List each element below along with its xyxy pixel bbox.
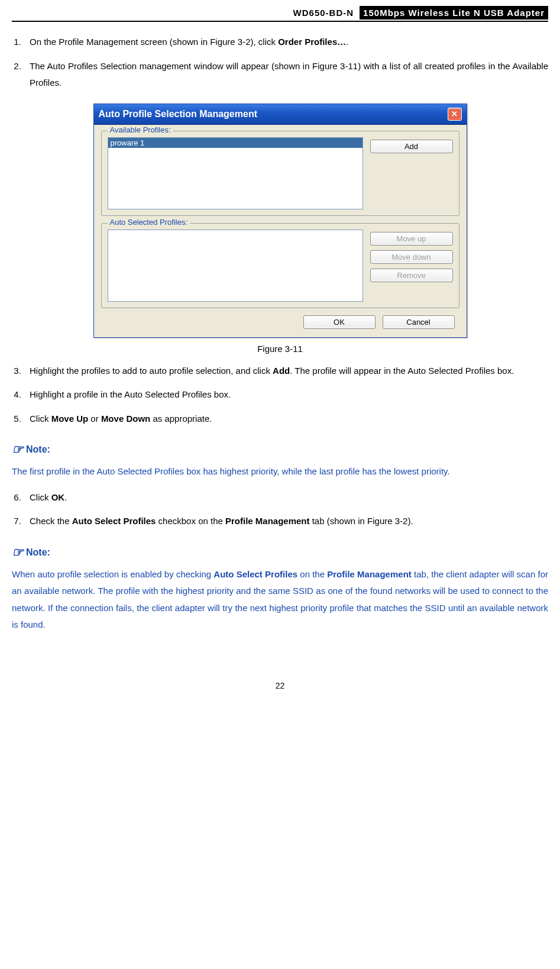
step-7: Check the Auto Select Profiles checkbox …: [24, 513, 548, 530]
step-7-mid: checkbox on the: [156, 516, 225, 526]
ok-button[interactable]: OK: [303, 315, 376, 329]
available-profiles-listbox[interactable]: proware 1: [108, 137, 363, 209]
note-1-label: Note:: [26, 444, 50, 454]
step-2: The Auto Profiles Selection management w…: [24, 58, 548, 92]
note-2-b0: Auto Select Profiles: [213, 569, 297, 579]
step-1-post: .: [346, 37, 348, 47]
step-3-post: . The profile will appear in the Auto Se…: [290, 366, 514, 376]
product-name: WD650-BD-N: [293, 8, 354, 18]
step-5-post: as appropriate.: [150, 414, 212, 424]
step-4-text: Highlight a profile in the Auto Selected…: [30, 389, 231, 399]
product-desc: 150Mbps Wireless Lite N USB Adapter: [360, 6, 548, 20]
close-icon: ✕: [451, 109, 458, 118]
note-2-b1: Profile Management: [327, 569, 412, 579]
pointing-hand-icon: ☞: [12, 442, 24, 457]
step-5-pre: Click: [30, 414, 51, 424]
step-1-bold: Order Profiles…: [278, 37, 346, 47]
available-profiles-group: Available Profiles: proware 1 Add: [101, 131, 459, 216]
auto-profile-dialog: Auto Profile Selection Management ✕ Avai…: [93, 104, 467, 338]
page-number: 22: [12, 681, 548, 690]
step-7-bold2: Profile Management: [225, 516, 310, 526]
note-2-p1: on the: [297, 569, 327, 579]
move-up-button[interactable]: Move up: [370, 232, 453, 246]
steps-list-c: Click OK. Check the Auto Select Profiles…: [12, 489, 548, 530]
step-6-post: .: [64, 492, 67, 502]
step-5-mid: or: [88, 414, 101, 424]
note-1-heading: ☞Note:: [12, 442, 548, 457]
figure-3-11: Auto Profile Selection Management ✕ Avai…: [12, 104, 548, 338]
remove-button[interactable]: Remove: [370, 269, 453, 282]
auto-selected-profiles-group: Auto Selected Profiles: Move up Move dow…: [101, 223, 459, 308]
note-2-p0: When auto profile selection is enabled b…: [12, 569, 213, 579]
note-2-label: Note:: [26, 547, 50, 557]
step-2-text: The Auto Profiles Selection management w…: [30, 61, 548, 88]
dialog-body: Available Profiles: proware 1 Add Auto S…: [94, 125, 467, 337]
close-button[interactable]: ✕: [448, 108, 462, 121]
step-5: Click Move Up or Move Down as appropriat…: [24, 411, 548, 428]
step-6-bold: OK: [51, 492, 65, 502]
steps-list-b: Highlight the profiles to add to auto pr…: [12, 363, 548, 428]
step-5-bold2: Move Down: [101, 414, 150, 424]
step-3-bold: Add: [273, 366, 290, 376]
step-6-pre: Click: [30, 492, 51, 502]
pointing-hand-icon: ☞: [12, 545, 24, 560]
step-3-pre: Highlight the profiles to add to auto pr…: [30, 366, 273, 376]
step-5-bold: Move Up: [51, 414, 89, 424]
page-header: WD650-BD-N 150Mbps Wireless Lite N USB A…: [12, 6, 548, 22]
list-item[interactable]: proware 1: [108, 138, 362, 148]
auto-selected-profiles-label: Auto Selected Profiles:: [108, 218, 190, 227]
step-7-post: tab (shown in Figure 3-2).: [310, 516, 413, 526]
dialog-title: Auto Profile Selection Management: [99, 109, 257, 119]
note-1-body: The first profile in the Auto Selected P…: [12, 463, 548, 480]
step-7-bold: Auto Select Profiles: [72, 516, 156, 526]
step-3: Highlight the profiles to add to auto pr…: [24, 363, 548, 380]
step-6: Click OK.: [24, 489, 548, 506]
note-2-body: When auto profile selection is enabled b…: [12, 566, 548, 634]
dialog-titlebar: Auto Profile Selection Management ✕: [94, 104, 467, 125]
step-4: Highlight a profile in the Auto Selected…: [24, 386, 548, 403]
cancel-button[interactable]: Cancel: [383, 315, 455, 329]
step-1: On the Profile Management screen (shown …: [24, 34, 548, 51]
add-button[interactable]: Add: [370, 140, 453, 153]
available-profiles-label: Available Profiles:: [108, 125, 173, 134]
step-1-pre: On the Profile Management screen (shown …: [30, 37, 278, 47]
note-2-heading: ☞Note:: [12, 545, 548, 560]
steps-list-a: On the Profile Management screen (shown …: [12, 34, 548, 92]
step-7-pre: Check the: [30, 516, 72, 526]
figure-caption: Figure 3-11: [12, 344, 548, 354]
auto-selected-listbox[interactable]: [108, 230, 363, 302]
move-down-button[interactable]: Move down: [370, 250, 453, 264]
